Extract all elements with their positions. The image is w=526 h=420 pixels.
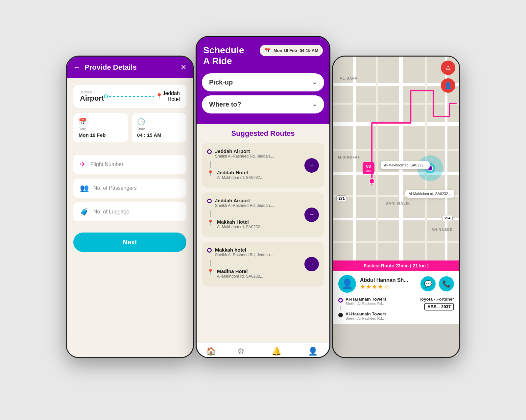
passengers-field[interactable]: 👥 No. of Passengers (73, 179, 186, 198)
route-arrow-1[interactable]: → (304, 158, 319, 173)
driver-card: 👤 Abdul Hannan Sh... ★★★★☆ 💬 📞 (333, 271, 459, 324)
pickup-dropdown[interactable]: Pick-up ⌄ (202, 73, 324, 91)
schedule-header: Schedule A Ride 📅 Mon 19 Feb 04:15 AM (203, 45, 323, 67)
time-value: 04 : 15 AM (137, 132, 181, 138)
divider (73, 148, 186, 148)
pickup-label: Pick-up (209, 79, 233, 86)
middle-phone: Schedule A Ride 📅 Mon 19 Feb 04:15 AM Pi… (196, 36, 330, 358)
driver-stars: ★★★★☆ (360, 283, 408, 290)
nav-notifications-label: Notifications (265, 357, 288, 358)
alert-button[interactable]: ⚠ (441, 61, 455, 75)
map-route-svg (333, 57, 459, 260)
to-stop-addr-2: Al-Makhdom rd, SA0232... (217, 225, 263, 229)
home-icon: 🏠 (206, 347, 216, 356)
from-stop-name-3: Makkah hotel (215, 247, 274, 253)
from-location: Jeddah Airport (80, 90, 104, 103)
time-card[interactable]: 🕓 Time 04 : 15 AM (132, 113, 186, 142)
dropdowns-container: Pick-up ⌄ Where to? ⌄ (197, 73, 329, 124)
call-button[interactable]: 📞 (439, 276, 454, 291)
nav-account[interactable]: 👤 Account (305, 347, 321, 358)
destination-pin-icon: 📍 (155, 93, 163, 100)
badge-date: Mon 19 Feb (274, 48, 297, 53)
date-card[interactable]: 📅 Date Mon 19 Feb (73, 113, 128, 142)
route-connector: 📍 (104, 93, 162, 100)
fastest-route-bar: Fastest Route 23min ( 21 km ) (333, 260, 459, 271)
from-stop-name-2: Jeddah Airport (215, 198, 274, 203)
nav-notifications[interactable]: 🔔 Notifications (265, 347, 288, 358)
route-line (109, 96, 154, 97)
left-phone: ← Provide Details ✕ Jeddah Airport 📍 Jed… (66, 56, 194, 358)
route-suggestion-2[interactable]: Jeddah Airport Sheikh Al-Rasheed Rd, Jed… (202, 192, 324, 237)
schedule-title-line2: A Ride (203, 56, 244, 67)
next-button[interactable]: Next (73, 233, 186, 252)
passengers-label: No. of Passengers (93, 185, 137, 191)
from-stop-icon-3 (207, 248, 212, 253)
to-stop-name-3: Madina Hotel (217, 268, 263, 274)
dropoff-detail: Al-Haramain Towers Sheikh Al-Rasheed Rd.… (338, 311, 387, 320)
driver-action-buttons: 💬 📞 (420, 276, 454, 291)
bottom-navigation: 🏠 Home ⚙ Activity 🔔 Notifications 👤 Acco… (197, 342, 329, 358)
time-badge-unit: min (366, 169, 371, 172)
from-stop-addr-1: Sheikh Al-Rasheed Rd, Jeddah.... (215, 154, 274, 159)
route-detail-stops: Al-Haramain Towers Sheikh Al-Rasheed Rd.… (338, 297, 387, 320)
time-badge: 03 min (363, 162, 374, 174)
badge-time: 04:15 AM (299, 48, 318, 53)
plane-icon: ✈ (80, 160, 86, 169)
user-action-button[interactable]: 👤 (441, 78, 455, 93)
to-stop-name-2: Makkah Hotel (217, 219, 263, 225)
route-details-3: Makkah hotel Sheikh Al-Rasheed Rd, Jedda… (207, 247, 304, 281)
to-location: Jeddah Hotel (163, 90, 180, 102)
route-suggestion-3[interactable]: Makkah hotel Sheikh Al-Rasheed Rd, Jedda… (202, 242, 324, 286)
route-arrow-2[interactable]: → (304, 208, 319, 222)
message-icon: 💬 (424, 280, 432, 288)
from-place: Airport (80, 94, 104, 103)
flight-number-field[interactable]: ✈ Flight Number (73, 155, 186, 174)
address-popup-1: Al-Makhdom rd, SA0232... (381, 161, 430, 169)
pickup-place-name: Al-Haramain Towers (346, 297, 387, 302)
to-place: Hotel (168, 96, 180, 102)
to-stop-1: 📍 Jeddah Hotel Al-Makhdom rd, SA0232... (207, 170, 304, 180)
pickup-detail-text: Al-Haramain Towers Sheikh Al-Rasheed Rd.… (346, 297, 387, 306)
driver-name: Abdul Hannan Sh... (360, 277, 408, 283)
whereto-dropdown[interactable]: Where to? ⌄ (202, 95, 324, 113)
map-background: AL-SAFA MISHRIFAH BANI MALIK AN NASEE (333, 57, 459, 260)
date-value: Mon 19 Feb (79, 132, 123, 138)
to-city: Jeddah (163, 90, 180, 96)
route-card: Jeddah Airport 📍 Jeddah Hotel (73, 85, 186, 108)
dropoff-place-addr: Sheikh Al-Rasheed Rd.. (346, 316, 387, 320)
pickup-detail-icon (338, 298, 343, 303)
dropoff-detail-icon (338, 313, 343, 317)
date-label: Date (79, 127, 123, 131)
message-button[interactable]: 💬 (420, 276, 436, 291)
pickup-chevron-icon: ⌄ (312, 79, 317, 86)
datetime-row: 📅 Date Mon 19 Feb 🕓 Time 04 : 15 AM (73, 113, 186, 142)
phone-icon: 📞 (442, 280, 451, 288)
nav-activity[interactable]: ⚙ Activity (234, 347, 248, 358)
nav-activity-label: Activity (234, 357, 248, 358)
luggage-field[interactable]: 🧳 No. of Luggage (73, 202, 186, 221)
avatar-icon: 👤 (342, 278, 353, 289)
road-number-badge-2: 271 (336, 195, 347, 201)
route-suggestion-1[interactable]: Jeddah Airport Sheikh Al-Rasheed Rd, Jed… (202, 143, 324, 188)
clock-icon: 🕓 (137, 118, 181, 126)
left-phone-content: Jeddah Airport 📍 Jeddah Hotel 📅 Date (67, 78, 193, 356)
dropoff-place-name: Al-Haramain Towers (346, 311, 387, 316)
driver-info-row: 👤 Abdul Hannan Sh... ★★★★☆ 💬 📞 (338, 275, 454, 293)
to-stop-name-1: Jeddah Hotel (217, 170, 263, 175)
vehicle-info: Toyota - Fortuner ABS – 2037 (419, 297, 454, 310)
detail-connector (340, 306, 341, 310)
to-stop-3: 📍 Madina Hotel Al-Makhdom rd, SA0232... (207, 268, 304, 279)
luggage-icon: 🧳 (80, 208, 89, 216)
from-stop-1: Jeddah Airport Sheikh Al-Rasheed Rd, Jed… (207, 148, 304, 159)
close-button[interactable]: ✕ (180, 63, 186, 72)
to-pin-icon-3: 📍 (207, 269, 214, 275)
driver-avatar: 👤 (338, 275, 356, 293)
back-button[interactable]: ← (73, 63, 81, 72)
route-arrow-3[interactable]: → (304, 257, 319, 271)
badge-calendar-icon: 📅 (264, 47, 271, 54)
account-icon: 👤 (308, 347, 318, 356)
pickup-place-addr: Sheikh Al-Rasheed Rd.. (346, 302, 387, 306)
right-phone: AL-SAFA MISHRIFAH BANI MALIK AN NASEE (332, 56, 460, 358)
connector-line-3 (210, 260, 211, 266)
nav-home[interactable]: 🏠 Home (205, 347, 217, 358)
